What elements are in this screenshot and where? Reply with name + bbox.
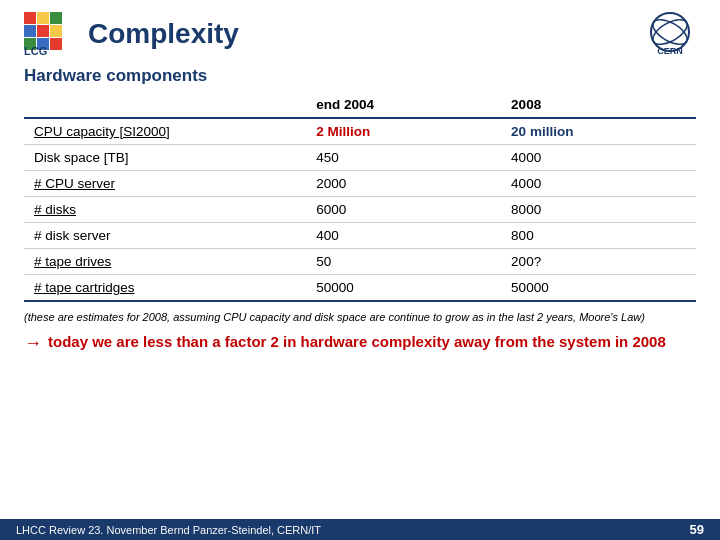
cell-2004: 50000 xyxy=(306,275,501,302)
row-label: # disk server xyxy=(24,223,306,249)
highlight-text: today we are less than a factor 2 in har… xyxy=(48,333,666,350)
page-title: Complexity xyxy=(88,18,644,50)
row-label: # tape drives xyxy=(24,249,306,275)
svg-text:LCG: LCG xyxy=(24,45,47,56)
row-label: # disks xyxy=(24,197,306,223)
lcg-logo: LCG xyxy=(24,12,76,56)
svg-rect-4 xyxy=(37,25,49,37)
cell-2008: 800 xyxy=(501,223,696,249)
highlight-block: → today we are less than a factor 2 in h… xyxy=(24,333,696,354)
table-row: # disks60008000 xyxy=(24,197,696,223)
cell-2004: 50 xyxy=(306,249,501,275)
cell-2008: 8000 xyxy=(501,197,696,223)
col-header-2008: 2008 xyxy=(501,92,696,118)
cell-2008: 50000 xyxy=(501,275,696,302)
col-header-2004: end 2004 xyxy=(306,92,501,118)
arrow-icon: → xyxy=(24,333,42,354)
table-row: # CPU server20004000 xyxy=(24,171,696,197)
svg-rect-8 xyxy=(50,38,62,50)
table-row: # disk server400800 xyxy=(24,223,696,249)
row-label: # CPU server xyxy=(24,171,306,197)
cell-2008: 20 million xyxy=(501,118,696,145)
svg-text:CERN: CERN xyxy=(657,46,683,56)
cell-2004: 6000 xyxy=(306,197,501,223)
table-header-row: end 2004 2008 xyxy=(24,92,696,118)
cell-2004: 2000 xyxy=(306,171,501,197)
footer-page-number: 59 xyxy=(690,522,704,537)
row-label: CPU capacity [SI2000] xyxy=(24,118,306,145)
cern-logo: CERN xyxy=(644,12,696,56)
cell-2008: 4000 xyxy=(501,171,696,197)
footer-bar: LHCC Review 23. November Bernd Panzer-St… xyxy=(0,519,720,540)
footnote: (these are estimates for 2008, assuming … xyxy=(24,310,696,325)
table-row: # tape drives50200? xyxy=(24,249,696,275)
hardware-table: end 2004 2008 CPU capacity [SI2000]2 Mil… xyxy=(24,92,696,302)
row-label: # tape cartridges xyxy=(24,275,306,302)
cell-2004: 2 Million xyxy=(306,118,501,145)
slide: LCG Complexity CERN Hardware components … xyxy=(0,0,720,540)
svg-rect-0 xyxy=(24,12,36,24)
svg-rect-1 xyxy=(37,12,49,24)
svg-rect-3 xyxy=(24,25,36,37)
cell-2004: 450 xyxy=(306,145,501,171)
svg-rect-5 xyxy=(50,25,62,37)
table-row: # tape cartridges5000050000 xyxy=(24,275,696,302)
table-row: Disk space [TB]4504000 xyxy=(24,145,696,171)
header: LCG Complexity CERN xyxy=(24,12,696,56)
cell-2008: 4000 xyxy=(501,145,696,171)
section-title: Hardware components xyxy=(24,66,696,86)
footer-left: LHCC Review 23. November Bernd Panzer-St… xyxy=(16,524,321,536)
svg-rect-2 xyxy=(50,12,62,24)
row-label: Disk space [TB] xyxy=(24,145,306,171)
cell-2004: 400 xyxy=(306,223,501,249)
table-row: CPU capacity [SI2000]2 Million20 million xyxy=(24,118,696,145)
col-header-label xyxy=(24,92,306,118)
cell-2008: 200? xyxy=(501,249,696,275)
